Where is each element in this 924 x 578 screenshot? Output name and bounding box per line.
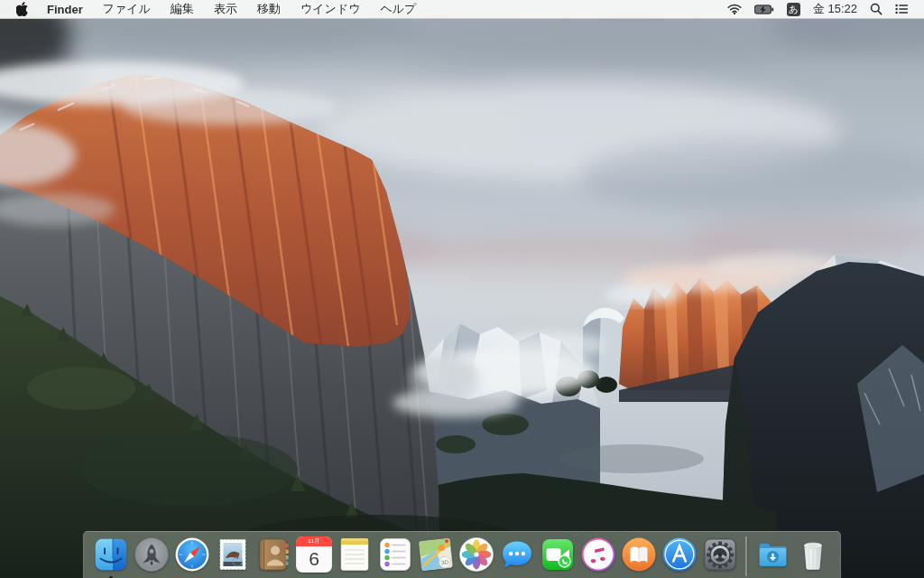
dock-item-facetime[interactable] <box>540 536 576 573</box>
dock-item-trash[interactable] <box>795 536 831 573</box>
dock-item-messages[interactable] <box>499 536 535 573</box>
reminders-icon <box>377 536 413 573</box>
dock-item-reminders[interactable] <box>377 536 413 573</box>
downloads-folder-icon <box>754 536 790 573</box>
menu-bar-clock[interactable]: 金 15:22 <box>807 1 864 17</box>
notes-icon <box>337 536 373 573</box>
calendar-day: 6 <box>296 546 332 573</box>
dock-item-notes[interactable] <box>337 536 373 573</box>
ibooks-icon <box>621 536 657 573</box>
facetime-icon <box>540 536 576 573</box>
menu-go[interactable]: 移動 <box>247 1 291 17</box>
launchpad-icon <box>134 536 170 573</box>
mail-icon <box>215 536 251 573</box>
menu-edit[interactable]: 編集 <box>161 1 204 17</box>
apple-icon <box>16 2 28 16</box>
dock-item-safari[interactable] <box>174 536 210 573</box>
menu-bar-left: Finder ファイル 編集 表示 移動 ウインドウ ヘルプ <box>0 0 426 18</box>
menu-file[interactable]: ファイル <box>93 1 161 17</box>
dock-item-maps[interactable]: 3D <box>418 536 454 573</box>
apple-menu[interactable] <box>0 0 37 18</box>
app-menu-finder[interactable]: Finder <box>37 3 93 16</box>
dock-item-mail[interactable] <box>215 536 251 573</box>
maps-3d-label: 3D <box>441 558 449 565</box>
notification-center-menu[interactable] <box>889 0 915 18</box>
dock-item-ibooks[interactable] <box>621 536 657 573</box>
app-store-icon <box>661 536 698 573</box>
trash-icon <box>795 536 831 573</box>
calendar-icon: 11月 6 <box>296 536 332 573</box>
dock-item-app-store[interactable] <box>661 536 698 573</box>
photos-icon <box>458 536 494 573</box>
wallpaper-el-capitan <box>0 0 924 578</box>
dock-item-contacts[interactable] <box>255 536 291 573</box>
dock-item-downloads[interactable] <box>754 536 790 573</box>
battery-menu[interactable] <box>748 0 781 18</box>
dock-item-system-preferences[interactable] <box>702 536 738 573</box>
messages-icon <box>499 536 535 573</box>
battery-charging-icon <box>754 4 774 15</box>
contacts-icon <box>255 536 291 573</box>
system-preferences-icon <box>702 536 738 573</box>
input-method-menu[interactable]: あ <box>781 0 807 18</box>
dock-item-itunes[interactable] <box>580 536 616 573</box>
dock-item-photos[interactable] <box>458 536 494 573</box>
spotlight-menu[interactable] <box>864 0 889 18</box>
dock: 11月 6 <box>83 531 841 578</box>
dock-item-calendar[interactable]: 11月 6 <box>296 536 332 573</box>
itunes-icon <box>580 536 616 573</box>
wifi-menu[interactable] <box>721 0 748 18</box>
menu-window[interactable]: ウインドウ <box>291 1 371 17</box>
input-method-badge: あ <box>787 3 800 16</box>
menu-view[interactable]: 表示 <box>204 1 247 17</box>
desktop[interactable] <box>0 0 924 578</box>
menu-help[interactable]: ヘルプ <box>370 1 426 17</box>
notification-center-icon <box>895 4 909 14</box>
finder-icon <box>93 536 129 573</box>
dock-separator <box>745 536 747 576</box>
menu-bar: Finder ファイル 編集 表示 移動 ウインドウ ヘルプ <box>0 0 924 19</box>
calendar-month: 11月 <box>296 536 332 546</box>
dock-item-finder[interactable] <box>93 536 129 573</box>
search-icon <box>870 3 882 15</box>
maps-icon: 3D <box>418 536 454 573</box>
dock-item-launchpad[interactable] <box>134 536 170 573</box>
menu-bar-status: あ 金 15:22 <box>721 0 924 18</box>
safari-icon <box>174 536 210 573</box>
wifi-icon <box>727 4 742 14</box>
